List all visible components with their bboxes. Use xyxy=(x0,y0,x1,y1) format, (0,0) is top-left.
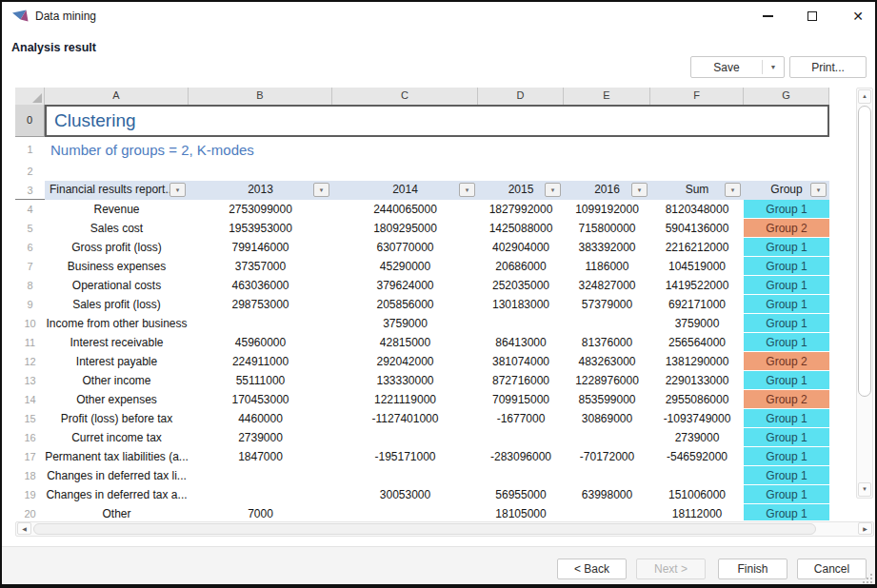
row-label-cell[interactable]: Interest payable xyxy=(45,352,189,371)
value-cell[interactable]: 1186000 xyxy=(564,257,650,276)
value-cell[interactable]: -1093749000 xyxy=(650,409,744,428)
value-cell[interactable] xyxy=(478,314,564,333)
column-letter-d[interactable]: D xyxy=(478,88,564,105)
row-label-cell[interactable]: Other expenses xyxy=(45,390,189,409)
value-cell[interactable]: 692171000 xyxy=(650,295,744,314)
row-number[interactable]: 15 xyxy=(15,409,45,428)
print-button[interactable]: Print... xyxy=(789,56,867,78)
vertical-scrollbar-thumb[interactable] xyxy=(858,106,871,397)
value-cell[interactable] xyxy=(189,485,332,504)
scroll-right-icon[interactable]: ▶ xyxy=(858,522,872,535)
filter-dropdown-icon[interactable]: ▾ xyxy=(725,183,741,197)
save-dropdown-icon[interactable]: ▼ xyxy=(763,57,784,77)
value-cell[interactable]: 42815000 xyxy=(332,333,478,352)
value-cell[interactable]: 298753000 xyxy=(189,295,332,314)
value-cell[interactable]: 63998000 xyxy=(564,485,650,504)
horizontal-scrollbar-thumb[interactable] xyxy=(33,523,816,535)
row-label-cell[interactable]: Permanent tax liabilities (a... xyxy=(45,447,189,466)
value-cell[interactable] xyxy=(564,504,650,520)
clustering-title-cell[interactable]: Clustering xyxy=(45,105,829,137)
value-cell[interactable]: 30053000 xyxy=(332,485,478,504)
row-number[interactable]: 1 xyxy=(15,144,45,155)
back-button[interactable]: < Back xyxy=(557,559,627,579)
group-cell[interactable]: Group 1 xyxy=(744,333,829,352)
row-number[interactable]: 3 xyxy=(15,181,45,199)
group-cell[interactable]: Group 1 xyxy=(744,276,829,295)
value-cell[interactable]: 463036000 xyxy=(189,276,332,295)
value-cell[interactable]: 45960000 xyxy=(189,333,332,352)
value-cell[interactable]: 2440065000 xyxy=(332,200,478,219)
value-cell[interactable]: 104519000 xyxy=(650,257,744,276)
row-number[interactable]: 0 xyxy=(15,105,45,137)
column-letter-f[interactable]: F xyxy=(650,88,744,105)
value-cell[interactable]: 1425088000 xyxy=(478,219,564,238)
value-cell[interactable]: 30869000 xyxy=(564,409,650,428)
filter-dropdown-icon[interactable]: ▾ xyxy=(459,183,475,197)
value-cell[interactable]: -195171000 xyxy=(332,447,478,466)
value-cell[interactable]: 853599000 xyxy=(564,390,650,409)
value-cell[interactable] xyxy=(189,314,332,333)
value-cell[interactable]: 86413000 xyxy=(478,333,564,352)
select-all-corner[interactable] xyxy=(15,88,45,105)
column-letter-e[interactable]: E xyxy=(564,88,650,105)
value-cell[interactable]: 18112000 xyxy=(650,504,744,520)
value-cell[interactable]: 45290000 xyxy=(332,257,478,276)
value-cell[interactable] xyxy=(332,466,478,485)
maximize-button[interactable] xyxy=(798,3,827,29)
value-cell[interactable] xyxy=(189,466,332,485)
scroll-up-icon[interactable]: ▲ xyxy=(858,89,871,104)
group-cell[interactable]: Group 1 xyxy=(744,295,829,314)
scroll-down-icon[interactable]: ▼ xyxy=(858,482,871,497)
row-number[interactable]: 6 xyxy=(15,238,45,257)
value-cell[interactable]: 2290133000 xyxy=(650,371,744,390)
row-label-cell[interactable]: Curret income tax xyxy=(45,428,189,447)
group-cell[interactable]: Group 1 xyxy=(744,314,829,333)
row-label-cell[interactable]: Changes in deferred tax li... xyxy=(45,466,189,485)
value-cell[interactable]: 383392000 xyxy=(564,238,650,257)
value-cell[interactable]: 2753099000 xyxy=(189,200,332,219)
group-cell[interactable]: Group 1 xyxy=(744,428,829,447)
value-cell[interactable]: 324827000 xyxy=(564,276,650,295)
resize-grip[interactable] xyxy=(863,574,872,583)
value-cell[interactable]: 2739000 xyxy=(189,428,332,447)
filter-header-cell[interactable]: 2015▾ xyxy=(478,181,564,200)
value-cell[interactable] xyxy=(564,466,650,485)
value-cell[interactable]: 205856000 xyxy=(332,295,478,314)
filter-header-cell[interactable]: Sum▾ xyxy=(650,181,744,200)
filter-dropdown-icon[interactable]: ▾ xyxy=(810,183,827,197)
row-number[interactable]: 18 xyxy=(15,466,45,485)
value-cell[interactable]: 379624000 xyxy=(332,276,478,295)
cancel-button[interactable]: Cancel xyxy=(797,559,867,579)
group-cell[interactable]: Group 1 xyxy=(744,257,829,276)
column-letter-a[interactable]: A xyxy=(45,88,189,105)
row-number[interactable]: 5 xyxy=(15,219,45,238)
value-cell[interactable]: -546592000 xyxy=(650,447,744,466)
row-label-cell[interactable]: Business expenses xyxy=(45,257,189,276)
filter-dropdown-icon[interactable]: ▾ xyxy=(545,183,561,197)
value-cell[interactable]: 1228976000 xyxy=(564,371,650,390)
group-cell[interactable]: Group 1 xyxy=(744,485,829,504)
group-cell[interactable]: Group 1 xyxy=(744,371,829,390)
filter-header-cell[interactable]: 2013▾ xyxy=(189,181,332,200)
value-cell[interactable]: 7000 xyxy=(189,504,332,520)
group-cell[interactable]: Group 1 xyxy=(744,409,829,428)
close-button[interactable]: ✕ xyxy=(844,3,872,29)
group-cell[interactable]: Group 2 xyxy=(744,390,829,409)
value-cell[interactable]: 3759000 xyxy=(332,314,478,333)
value-cell[interactable]: 252035000 xyxy=(478,276,564,295)
vertical-scrollbar[interactable]: ▲ ▼ xyxy=(856,88,873,499)
row-number[interactable]: 7 xyxy=(15,257,45,276)
value-cell[interactable]: 709915000 xyxy=(478,390,564,409)
row-label-cell[interactable]: Income from other business xyxy=(45,314,189,333)
group-cell[interactable]: Group 1 xyxy=(744,466,829,485)
value-cell[interactable]: 1381290000 xyxy=(650,352,744,371)
group-cell[interactable]: Group 2 xyxy=(744,352,829,371)
value-cell[interactable]: -1677000 xyxy=(478,409,564,428)
value-cell[interactable]: 872716000 xyxy=(478,371,564,390)
value-cell[interactable] xyxy=(564,314,650,333)
value-cell[interactable]: 37357000 xyxy=(189,257,332,276)
group-cell[interactable]: Group 2 xyxy=(744,219,829,238)
value-cell[interactable] xyxy=(332,504,478,520)
value-cell[interactable]: 224911000 xyxy=(189,352,332,371)
filter-dropdown-icon[interactable]: ▾ xyxy=(313,183,329,197)
